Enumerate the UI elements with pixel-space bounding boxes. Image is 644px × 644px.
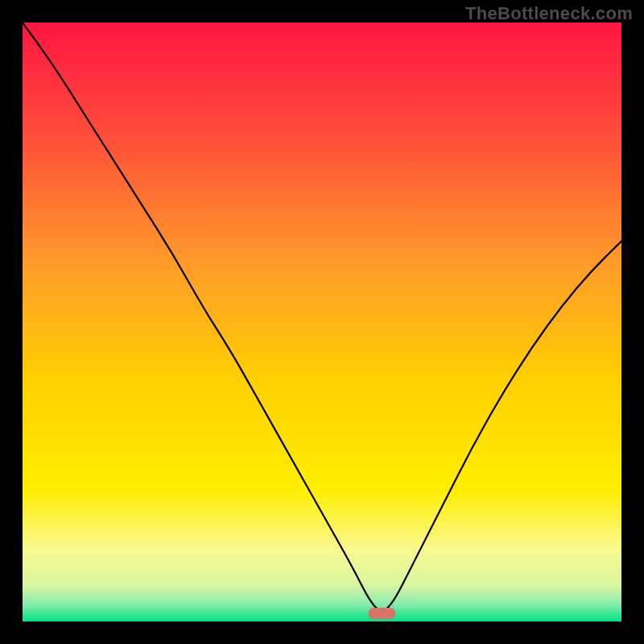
watermark-text: TheBottleneck.com (465, 3, 633, 24)
chart-svg (23, 23, 621, 621)
chart-frame: TheBottleneck.com (0, 0, 644, 644)
gradient-bg (23, 23, 621, 621)
optimum-marker (368, 608, 395, 619)
plot-area (23, 23, 621, 621)
